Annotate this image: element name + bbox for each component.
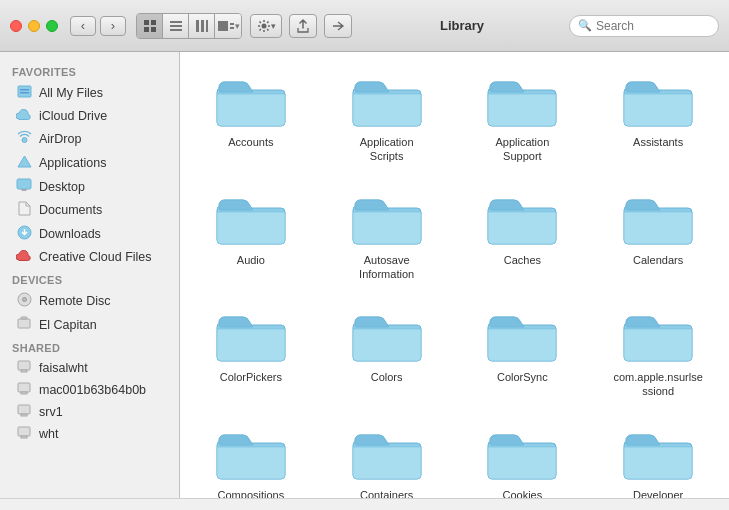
content-area: Accounts Application Scripts Application…: [180, 52, 729, 498]
search-input[interactable]: [596, 19, 716, 33]
folder-item-assistants[interactable]: Assistants: [595, 64, 721, 172]
folder-icon-caches: [486, 190, 558, 248]
svg-rect-32: [21, 436, 27, 438]
folder-label-cookies: Cookies: [503, 488, 543, 498]
back-button[interactable]: ‹: [70, 16, 96, 36]
folder-item-accounts[interactable]: Accounts: [188, 64, 314, 172]
shared-list: faisalwht mac001b63b64b0b srv1 wht: [0, 357, 179, 445]
folder-item-developer[interactable]: Developer: [595, 417, 721, 498]
main-container: FAVORITES All My Files iCloud Drive AirD…: [0, 52, 729, 498]
folder-item-cookies[interactable]: Cookies: [460, 417, 586, 498]
sidebar-label-mac001: mac001b63b64b0b: [39, 383, 146, 397]
gear-button[interactable]: ▾: [250, 14, 282, 38]
folder-item-application-support[interactable]: Application Support: [460, 64, 586, 172]
folder-icon-containers: [351, 425, 423, 483]
folder-label-assistants: Assistants: [633, 135, 683, 149]
close-button[interactable]: [10, 20, 22, 32]
svg-rect-15: [20, 89, 29, 91]
svg-rect-31: [18, 427, 30, 436]
column-view-button[interactable]: [189, 14, 215, 38]
folder-icon-cookies: [486, 425, 558, 483]
folder-icon-accounts: [215, 72, 287, 130]
folder-icon-colorpickers: [215, 307, 287, 365]
wht-icon: [16, 426, 32, 442]
forward-button[interactable]: ›: [100, 16, 126, 36]
sidebar-label-applications: Applications: [39, 156, 106, 170]
folder-item-audio[interactable]: Audio: [188, 182, 314, 290]
icon-view-button[interactable]: [137, 14, 163, 38]
folder-label-developer: Developer: [633, 488, 683, 498]
folder-item-colors[interactable]: Colors: [324, 299, 450, 407]
creative-cloud-icon: [16, 249, 32, 265]
folder-item-compositions[interactable]: Compositions: [188, 417, 314, 498]
sidebar-item-applications[interactable]: Applications: [4, 151, 175, 175]
svg-rect-16: [20, 92, 29, 94]
devices-header: DEVICES: [0, 268, 179, 289]
svg-rect-5: [170, 25, 182, 27]
folder-label-colors: Colors: [371, 370, 403, 384]
folder-icon-autosave-information: [351, 190, 423, 248]
svg-rect-2: [144, 27, 149, 32]
sidebar-item-all-my-files[interactable]: All My Files: [4, 81, 175, 105]
svg-rect-4: [170, 21, 182, 23]
svg-point-17: [22, 138, 27, 143]
el-capitan-icon: [16, 316, 32, 333]
sidebar-label-airdrop: AirDrop: [39, 132, 81, 146]
svg-rect-23: [18, 319, 30, 328]
arrange-button[interactable]: [324, 14, 352, 38]
bottom-scrollbar[interactable]: [0, 498, 729, 510]
svg-rect-8: [201, 20, 204, 32]
folder-item-containers[interactable]: Containers: [324, 417, 450, 498]
srv1-icon: [16, 404, 32, 420]
folder-icon-developer: [622, 425, 694, 483]
folder-item-colorpickers[interactable]: ColorPickers: [188, 299, 314, 407]
svg-rect-30: [21, 414, 27, 416]
maximize-button[interactable]: [46, 20, 58, 32]
folder-icon-colorsync: [486, 307, 558, 365]
title-bar: ‹ ›: [0, 0, 729, 52]
sidebar-item-srv1[interactable]: srv1: [4, 401, 175, 423]
share-button[interactable]: [289, 14, 317, 38]
sidebar-item-el-capitan[interactable]: El Capitan: [4, 313, 175, 336]
svg-rect-11: [230, 23, 234, 25]
svg-rect-28: [21, 392, 27, 394]
folder-icon-compositions: [215, 425, 287, 483]
sidebar-item-documents[interactable]: Documents: [4, 198, 175, 222]
sidebar-item-remote-disc[interactable]: Remote Disc: [4, 289, 175, 313]
folder-grid: Accounts Application Scripts Application…: [188, 64, 721, 498]
folder-item-calendars[interactable]: Calendars: [595, 182, 721, 290]
folder-item-colorsync[interactable]: ColorSync: [460, 299, 586, 407]
sidebar-item-creative-cloud[interactable]: Creative Cloud Files: [4, 246, 175, 268]
sidebar: FAVORITES All My Files iCloud Drive AirD…: [0, 52, 180, 498]
svg-rect-0: [144, 20, 149, 25]
sidebar-item-icloud-drive[interactable]: iCloud Drive: [4, 105, 175, 127]
faisalwht-icon: [16, 360, 32, 376]
shared-header: SHARED: [0, 336, 179, 357]
folder-item-com-apple[interactable]: com.apple.nsurlsessiond: [595, 299, 721, 407]
traffic-lights: [10, 20, 58, 32]
sidebar-label-wht: wht: [39, 427, 58, 441]
sidebar-item-mac001[interactable]: mac001b63b64b0b: [4, 379, 175, 401]
search-box[interactable]: 🔍: [569, 15, 719, 37]
folder-item-application-scripts[interactable]: Application Scripts: [324, 64, 450, 172]
sidebar-item-faisalwht[interactable]: faisalwht: [4, 357, 175, 379]
cover-view-button[interactable]: ▾: [215, 14, 241, 38]
folder-label-autosave-information: Autosave Information: [342, 253, 432, 282]
list-view-button[interactable]: [163, 14, 189, 38]
folder-item-autosave-information[interactable]: Autosave Information: [324, 182, 450, 290]
svg-rect-6: [170, 29, 182, 31]
mac001-icon: [16, 382, 32, 398]
folder-icon-colors: [351, 307, 423, 365]
minimize-button[interactable]: [28, 20, 40, 32]
airdrop-icon: [16, 130, 32, 148]
sidebar-item-airdrop[interactable]: AirDrop: [4, 127, 175, 151]
sidebar-item-downloads[interactable]: Downloads: [4, 222, 175, 246]
nav-buttons: ‹ ›: [70, 16, 126, 36]
folder-item-caches[interactable]: Caches: [460, 182, 586, 290]
sidebar-item-wht[interactable]: wht: [4, 423, 175, 445]
sidebar-label-faisalwht: faisalwht: [39, 361, 88, 375]
sidebar-label-desktop: Desktop: [39, 180, 85, 194]
sidebar-label-downloads: Downloads: [39, 227, 101, 241]
sidebar-item-desktop[interactable]: Desktop: [4, 175, 175, 198]
svg-rect-29: [18, 405, 30, 414]
